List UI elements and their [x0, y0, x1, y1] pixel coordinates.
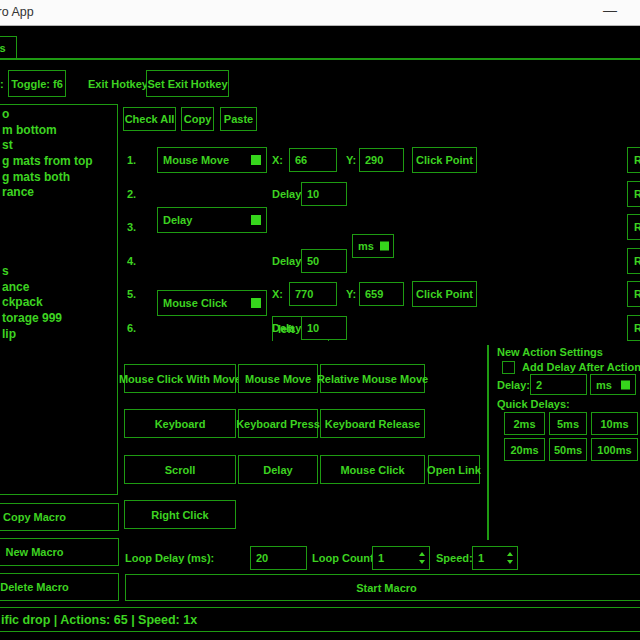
loop-count-value: 1 [378, 552, 384, 564]
add-keyboard-button[interactable]: Keyboard [124, 409, 236, 438]
action-number: 1. [127, 147, 136, 173]
delete-macro-button[interactable]: Delete Macro [0, 573, 119, 601]
list-item[interactable] [1, 233, 117, 249]
remove-action-button[interactable]: R [627, 181, 640, 207]
delay-label: Delay [272, 315, 301, 341]
action-type-dropdown[interactable]: Delay [157, 207, 267, 233]
list-item[interactable]: g mats both [1, 170, 117, 186]
remove-action-button[interactable]: R [627, 147, 640, 173]
action-number: 2. [127, 181, 136, 207]
status-text: ific drop | Actions: 65 | Speed: 1x [1, 613, 197, 627]
add-mouse-click-button[interactable]: Mouse Click [320, 455, 425, 484]
quick-delay-10ms-button[interactable]: 10ms [591, 412, 638, 435]
quick-delay-20ms-button[interactable]: 20ms [504, 438, 545, 461]
list-item[interactable]: torage 999 [1, 311, 117, 327]
dropdown-square-icon [251, 155, 261, 165]
y-label: Y: [346, 147, 356, 173]
tab-settings[interactable]: Settings [0, 36, 17, 59]
action-type-value: Delay [163, 214, 192, 226]
action-number: 6. [127, 315, 136, 341]
list-item[interactable]: ance [1, 280, 117, 296]
quick-delay-5ms-button[interactable]: 5ms [549, 412, 587, 435]
title-bar: Macro App — [0, 0, 640, 26]
new-action-settings-title: New Action Settings [497, 345, 603, 359]
list-item[interactable]: g mats from top [1, 154, 117, 170]
list-item[interactable]: o [1, 107, 117, 123]
check-all-button[interactable]: Check All [123, 107, 176, 131]
y-input[interactable]: 290 [359, 148, 404, 172]
list-item[interactable]: st [1, 138, 117, 154]
loop-delay-input[interactable]: 20 [250, 546, 307, 570]
macro-list[interactable]: o m bottom st g mats from top g mats bot… [0, 104, 118, 495]
status-bar: ific drop | Actions: 65 | Speed: 1x [0, 607, 640, 632]
add-keyboard-release-button[interactable]: Keyboard Release [320, 409, 425, 438]
delay-unit-dropdown[interactable]: ms [352, 234, 394, 258]
remove-action-button[interactable]: R [627, 315, 640, 341]
spinner-down-icon[interactable] [507, 560, 513, 564]
add-delay-checkbox-label: Add Delay After Action [522, 360, 640, 374]
copy-macro-button[interactable]: Copy Macro [0, 503, 119, 531]
copy-actions-button[interactable]: Copy [181, 107, 214, 131]
settings-delay-input[interactable]: 2 [530, 374, 587, 395]
delay-input[interactable]: 10 [301, 182, 347, 206]
actions-list[interactable]: 1. Mouse Move X: 66 Y: 290 Click Point R… [120, 140, 640, 341]
quick-delay-50ms-button[interactable]: 50ms [549, 438, 587, 461]
dropdown-square-icon [251, 298, 261, 308]
spinner-up-icon[interactable] [507, 552, 513, 556]
toggle-hotkey-label: : [0, 70, 4, 97]
new-macro-button[interactable]: New Macro [0, 538, 119, 566]
delay-label: Delay [272, 248, 301, 274]
add-delay-button[interactable]: Delay [238, 455, 318, 484]
delay-input[interactable]: 10 [301, 316, 347, 340]
list-item[interactable]: m bottom [1, 123, 117, 139]
y-label: Y: [346, 281, 356, 307]
spinner-down-icon[interactable] [419, 560, 425, 564]
remove-action-button[interactable]: R [627, 281, 640, 307]
quick-delay-2ms-button[interactable]: 2ms [504, 412, 545, 435]
add-mouse-click-with-move-button[interactable]: Mouse Click With Move [124, 364, 236, 393]
click-point-button[interactable]: Click Point [412, 147, 477, 173]
tab-strip-divider [0, 58, 640, 60]
remove-action-button[interactable]: R [627, 214, 640, 240]
action-type-dropdown[interactable]: Mouse Click [157, 290, 267, 316]
list-item[interactable]: s [1, 264, 117, 280]
action-type-value: Mouse Move [163, 154, 229, 166]
loop-count-stepper[interactable]: 1 [372, 546, 430, 570]
add-relative-mouse-move-button[interactable]: Relative Mouse Move [320, 364, 425, 393]
speed-stepper[interactable]: 1 [472, 546, 518, 570]
add-right-click-button[interactable]: Right Click [124, 500, 236, 529]
list-item[interactable]: lip [1, 327, 117, 343]
list-item[interactable]: ckpack [1, 295, 117, 311]
stepper-arrows[interactable] [419, 547, 425, 569]
quick-delay-100ms-button[interactable]: 100ms [591, 438, 638, 461]
y-input[interactable]: 659 [359, 282, 404, 306]
app-window: { "window": { "title": "Macro App", "min… [0, 0, 640, 640]
stepper-arrows[interactable] [507, 547, 513, 569]
minimize-icon[interactable]: — [603, 2, 617, 18]
start-macro-button[interactable]: Start Macro [125, 574, 640, 601]
add-scroll-button[interactable]: Scroll [124, 455, 236, 484]
window-title: Macro App [0, 5, 34, 19]
list-item[interactable]: rance [1, 185, 117, 201]
spinner-up-icon[interactable] [419, 552, 425, 556]
x-input[interactable]: 770 [289, 282, 337, 306]
add-mouse-move-button[interactable]: Mouse Move [238, 364, 318, 393]
toggle-hotkey-button[interactable]: Toggle: f6 [8, 70, 66, 97]
delay-input[interactable]: 50 [301, 249, 347, 273]
list-item[interactable] [1, 217, 117, 233]
speed-label: Speed: [436, 546, 473, 570]
remove-action-button[interactable]: R [627, 248, 640, 274]
list-item[interactable] [1, 201, 117, 217]
settings-unit-dropdown[interactable]: ms [590, 374, 636, 395]
set-exit-hotkey-button[interactable]: Set Exit Hotkey [146, 70, 229, 97]
click-point-button[interactable]: Click Point [412, 281, 477, 307]
action-type-dropdown[interactable]: Mouse Move [157, 147, 267, 173]
paste-actions-button[interactable]: Paste [220, 107, 257, 131]
dropdown-square-icon [251, 215, 261, 225]
add-delay-checkbox[interactable] [502, 361, 515, 374]
list-item[interactable] [1, 248, 117, 264]
add-open-link-button[interactable]: Open Link [428, 455, 480, 484]
add-keyboard-press-button[interactable]: Keyboard Press [238, 409, 318, 438]
speed-value: 1 [478, 552, 484, 564]
x-input[interactable]: 66 [289, 148, 337, 172]
